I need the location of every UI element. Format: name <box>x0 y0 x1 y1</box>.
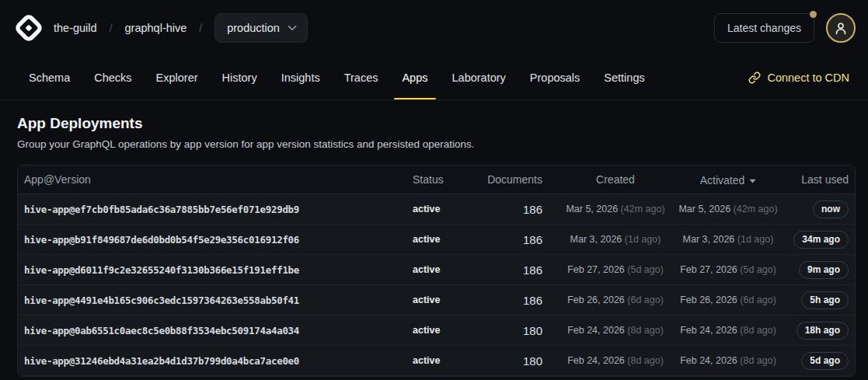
app-version-cell[interactable]: hive-app@d6011f9c2e32655240f3130b366e15f… <box>18 264 408 276</box>
tab-laboratory[interactable]: Laboratory <box>444 56 514 99</box>
status-cell: active <box>408 264 456 275</box>
tab-label: Traces <box>344 71 378 84</box>
created-relative-time: (8d ago) <box>627 325 664 336</box>
activated-cell: Feb 27, 2026 (5d ago) <box>678 264 779 275</box>
column-header-activated[interactable]: Activated <box>678 173 779 187</box>
status-cell: active <box>408 234 456 245</box>
app-version-cell[interactable]: hive-app@31246ebd4a31ea2b4d1d37b799d0a4b… <box>18 355 408 367</box>
table-row[interactable]: hive-app@0ab6551c0aec8c5e0b88f3534ebc509… <box>18 316 855 346</box>
created-relative-time: (42m ago) <box>621 204 665 214</box>
app-deployments-table: App@Version Status Documents Created Act… <box>17 165 856 377</box>
created-date: Feb 24, 2026 <box>567 325 625 336</box>
tab-label: Checks <box>94 71 131 84</box>
column-header-last-used: Last used <box>779 173 855 186</box>
last-used-cell: 9m ago <box>779 261 855 279</box>
breadcrumb: the-guild / graphql-hive / production <box>54 13 308 43</box>
app-version-cell[interactable]: hive-app@4491e4b165c906c3edc1597364263e5… <box>18 295 408 306</box>
last-used-cell: 18h ago <box>779 322 855 340</box>
app-version-cell[interactable]: hive-app@0ab6551c0aec8c5e0b88f3534ebc509… <box>18 325 408 336</box>
table-row[interactable]: hive-app@ef7cb0fb85ada6c36a7885bb7e56ef0… <box>18 194 855 225</box>
connect-to-cdn-label: Connect to CDN <box>767 71 849 84</box>
app-version-cell[interactable]: hive-app@ef7cb0fb85ada6c36a7885bb7e56ef0… <box>18 204 408 215</box>
tab-label: Explorer <box>156 71 198 84</box>
tab-insights[interactable]: Insights <box>274 56 328 99</box>
person-icon <box>835 22 847 35</box>
created-cell: Feb 24, 2026 (8d ago) <box>553 325 678 336</box>
column-header-documents: Documents <box>456 173 553 186</box>
sort-desc-icon <box>749 173 756 186</box>
created-date: Feb 26, 2026 <box>567 295 625 305</box>
tab-history[interactable]: History <box>214 56 265 99</box>
column-header-activated-label: Activated <box>700 174 745 187</box>
table-row[interactable]: hive-app@4491e4b165c906c3edc1597364263e5… <box>18 285 855 316</box>
status-cell: active <box>408 295 456 305</box>
tab-proposals[interactable]: Proposals <box>522 56 587 99</box>
table-body: hive-app@ef7cb0fb85ada6c36a7885bb7e56ef0… <box>18 194 855 376</box>
activated-relative-time: (8d ago) <box>740 325 776 336</box>
activated-date: Mar 5, 2026 <box>678 204 730 214</box>
tab-label: Apps <box>402 71 427 84</box>
tab-label: History <box>222 71 257 84</box>
documents-count-cell: 180 <box>456 324 553 337</box>
tab-list: Schema Checks Explorer History Insights … <box>21 56 661 99</box>
last-used-cell: 5d ago <box>779 352 855 370</box>
documents-count-cell: 186 <box>456 203 553 216</box>
activated-cell: Mar 3, 2026 (1d ago) <box>678 234 779 245</box>
page-title: App Deployments <box>17 115 851 132</box>
documents-count-cell: 186 <box>456 294 553 307</box>
created-date: Mar 5, 2026 <box>566 204 618 214</box>
activated-date: Feb 24, 2026 <box>680 325 737 336</box>
target-selector-label: production <box>227 22 280 34</box>
breadcrumb-project[interactable]: graphql-hive <box>125 22 187 34</box>
table-row[interactable]: hive-app@d6011f9c2e32655240f3130b366e15f… <box>18 255 855 285</box>
app-version-cell[interactable]: hive-app@b91f849687de6d0bd0b54f5e29e356c… <box>18 234 408 246</box>
activated-date: Feb 24, 2026 <box>680 355 737 366</box>
table-row[interactable]: hive-app@b91f849687de6d0bd0b54f5e29e356c… <box>18 225 855 255</box>
documents-count-cell: 186 <box>456 263 553 277</box>
activated-relative-time: (6d ago) <box>740 295 776 305</box>
table-row[interactable]: hive-app@31246ebd4a31ea2b4d1d37b799d0a4b… <box>18 346 855 376</box>
activated-relative-time: (1d ago) <box>737 234 774 245</box>
created-relative-time: (6d ago) <box>627 295 664 305</box>
tab-label: Insights <box>281 71 320 84</box>
created-date: Feb 27, 2026 <box>567 264 625 275</box>
tab-checks[interactable]: Checks <box>86 56 139 99</box>
tab-explorer[interactable]: Explorer <box>148 56 206 99</box>
last-used-cell: 5h ago <box>779 291 855 309</box>
created-relative-time: (1d ago) <box>625 234 661 245</box>
tab-settings[interactable]: Settings <box>596 56 652 99</box>
column-header-created: Created <box>553 173 678 186</box>
documents-count-cell: 180 <box>456 354 553 368</box>
last-used-badge: 34m ago <box>793 231 849 249</box>
hive-logo-icon[interactable] <box>13 12 44 44</box>
last-used-badge: 9m ago <box>799 261 849 279</box>
tab-label: Settings <box>604 71 644 84</box>
column-header-status: Status <box>408 173 456 186</box>
activated-relative-time: (5d ago) <box>740 264 776 275</box>
created-cell: Mar 5, 2026 (42m ago) <box>553 204 678 214</box>
user-avatar[interactable] <box>826 13 856 43</box>
created-relative-time: (5d ago) <box>627 264 664 275</box>
target-selector-button[interactable]: production <box>214 13 308 43</box>
activated-cell: Feb 24, 2026 (8d ago) <box>678 325 779 336</box>
tab-traces[interactable]: Traces <box>336 56 386 99</box>
breadcrumb-separator: / <box>110 22 113 34</box>
breadcrumb-separator: / <box>199 22 202 34</box>
tab-apps[interactable]: Apps <box>394 56 435 99</box>
last-used-cell: 34m ago <box>779 231 855 249</box>
activated-relative-time: (8d ago) <box>740 355 776 366</box>
documents-count-cell: 186 <box>456 233 553 246</box>
latest-changes-button[interactable]: Latest changes <box>714 13 814 43</box>
created-cell: Feb 27, 2026 (5d ago) <box>553 264 678 275</box>
activated-cell: Feb 24, 2026 (8d ago) <box>678 355 779 366</box>
chevron-down-icon <box>288 25 297 31</box>
connect-to-cdn-link[interactable]: Connect to CDN <box>748 56 849 99</box>
link-chain-icon <box>748 71 761 84</box>
breadcrumb-org[interactable]: the-guild <box>54 22 97 34</box>
activated-date: Feb 26, 2026 <box>680 295 737 305</box>
tab-schema[interactable]: Schema <box>21 56 78 99</box>
tab-label: Proposals <box>530 71 580 84</box>
created-cell: Feb 24, 2026 (8d ago) <box>553 355 678 366</box>
status-cell: active <box>408 355 456 366</box>
column-header-app-version: App@Version <box>18 173 408 186</box>
